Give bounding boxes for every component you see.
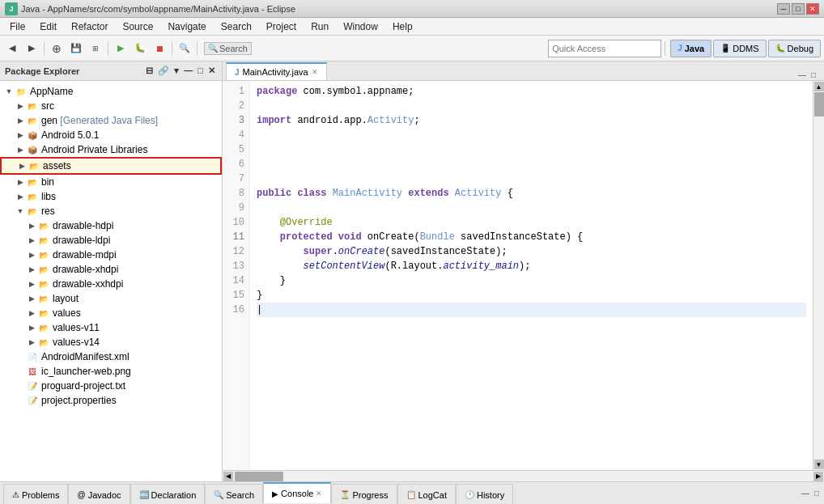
- tree-item-values-v11[interactable]: ▶ 📂 values-v11: [0, 320, 222, 335]
- link-editor-button[interactable]: 🔗: [156, 65, 171, 77]
- collapse-all-button[interactable]: ⊟: [144, 65, 155, 77]
- tree-item-gen[interactable]: ▶ 📂 gen [Generated Java Files]: [0, 113, 222, 128]
- drawable-ldpi-icon: 📂: [37, 234, 50, 247]
- tree-item-iclauncher[interactable]: 🖼 ic_launcher-web.png: [0, 364, 222, 379]
- debug-perspective-button[interactable]: 🐛 Debug: [768, 40, 821, 57]
- tab-javadoc[interactable]: @ Javadoc: [68, 484, 130, 504]
- sidebar-menu-button[interactable]: ▾: [172, 65, 181, 77]
- tab-progress[interactable]: ⏳ Progress: [331, 484, 397, 504]
- editor-maximize-button[interactable]: □: [809, 70, 818, 80]
- tree-label-androidmanifest: AndroidManifest.xml: [41, 351, 130, 362]
- menu-help[interactable]: Help: [386, 19, 419, 34]
- ddms-perspective-button[interactable]: 📱 DDMS: [713, 40, 766, 57]
- android-private-icon: 📦: [26, 143, 39, 156]
- toolbar-sep-3: [172, 41, 172, 56]
- code-line-7: [257, 172, 806, 186]
- quick-access-input[interactable]: [548, 40, 661, 57]
- save-all-button[interactable]: ⊞: [87, 40, 104, 57]
- javadoc-icon: @: [77, 490, 85, 499]
- menu-search[interactable]: Search: [214, 19, 258, 34]
- tree-item-drawable-xxhdpi[interactable]: ▶ 📂 drawable-xxhdpi: [0, 277, 222, 291]
- menu-source[interactable]: Source: [116, 19, 159, 34]
- run-button[interactable]: ▶: [112, 40, 130, 57]
- save-button[interactable]: 💾: [67, 40, 85, 57]
- bottom-minimize-button[interactable]: —: [800, 488, 811, 498]
- tab-history[interactable]: 🕐 History: [456, 484, 513, 504]
- tree-label-values-v11: values-v11: [53, 322, 100, 333]
- menu-navigate[interactable]: Navigate: [161, 19, 212, 34]
- minimize-button[interactable]: ─: [777, 3, 790, 15]
- tree-item-drawable-ldpi[interactable]: ▶ 📂 drawable-ldpi: [0, 233, 222, 248]
- tree-item-drawable-xhdpi[interactable]: ▶ 📂 drawable-xhdpi: [0, 262, 222, 277]
- tree-arrow-libs: ▶: [15, 193, 26, 201]
- debug-perspective-label: Debug: [788, 44, 813, 53]
- code-line-2: [257, 99, 806, 113]
- tab-close-mainactivity[interactable]: ✕: [312, 68, 318, 76]
- vertical-scrollbar[interactable]: ▲ ▼: [813, 81, 824, 470]
- line-num-12: 12: [223, 244, 249, 259]
- code-editor[interactable]: package com.symbol.appname; import andro…: [250, 81, 813, 470]
- scroll-up-button[interactable]: ▲: [814, 82, 824, 91]
- close-button[interactable]: ✕: [806, 3, 819, 15]
- tree-arrow-src: ▶: [15, 102, 26, 110]
- tree-item-android501[interactable]: ▶ 📦 Android 5.0.1: [0, 128, 222, 142]
- menu-project[interactable]: Project: [260, 19, 303, 34]
- tab-mainactivity[interactable]: J MainActivity.java ✕: [226, 62, 327, 80]
- tree-item-projectprops[interactable]: 📝 project.properties: [0, 393, 222, 408]
- scroll-right-button[interactable]: ▶: [813, 472, 823, 481]
- code-line-3: import android.app.Activity;: [257, 113, 806, 128]
- search-toolbar-button[interactable]: 🔍: [176, 40, 193, 57]
- tree-item-drawable-mdpi[interactable]: ▶ 📂 drawable-mdpi: [0, 248, 222, 262]
- horizontal-scroll-thumb[interactable]: [235, 472, 283, 481]
- horizontal-scrollbar[interactable]: ◀ ▶: [223, 470, 824, 481]
- tab-search[interactable]: 🔍 Search: [205, 484, 263, 504]
- sidebar-maximize-button[interactable]: □: [196, 65, 205, 77]
- sidebar-minimize-button[interactable]: —: [182, 65, 194, 77]
- back-button[interactable]: ◀: [3, 40, 21, 57]
- debug-button[interactable]: 🐛: [131, 40, 149, 57]
- drawable-xhdpi-icon: 📂: [37, 263, 50, 276]
- menu-refactor[interactable]: Refactor: [65, 19, 114, 34]
- tree-item-proguard[interactable]: 📝 proguard-project.txt: [0, 379, 222, 393]
- tab-problems[interactable]: ⚠ Problems: [3, 484, 68, 504]
- menu-run[interactable]: Run: [304, 19, 335, 34]
- values-folder-icon: 📂: [37, 307, 50, 320]
- menu-edit[interactable]: Edit: [33, 19, 63, 34]
- console-tab-close[interactable]: ✕: [316, 489, 322, 498]
- tree-item-drawable-hdpi[interactable]: ▶ 📂 drawable-hdpi: [0, 218, 222, 233]
- tree-item-res[interactable]: ▼ 📂 res: [0, 204, 222, 218]
- tree-arrow-drawable-ldpi: ▶: [26, 236, 37, 244]
- menu-file[interactable]: File: [3, 19, 32, 34]
- forward-button[interactable]: ▶: [23, 40, 40, 57]
- tab-logcat[interactable]: 📋 LogCat: [397, 484, 456, 504]
- toolbar-sep-5: [665, 41, 665, 56]
- scroll-left-button[interactable]: ◀: [223, 472, 233, 481]
- tree-item-appname[interactable]: ▼ 📁 AppName: [0, 84, 222, 99]
- new-button[interactable]: ⊕: [48, 40, 66, 57]
- sidebar-close-button[interactable]: ✕: [206, 65, 217, 77]
- tree-arrow-layout: ▶: [26, 294, 37, 303]
- tree-label-android501: Android 5.0.1: [41, 129, 99, 141]
- bottom-maximize-button[interactable]: □: [813, 488, 821, 498]
- tree-item-layout[interactable]: ▶ 📂 layout: [0, 291, 222, 306]
- java-perspective-button[interactable]: J Java: [670, 40, 711, 57]
- tab-console[interactable]: ▶ Console ✕: [263, 482, 331, 503]
- tree-item-assets[interactable]: ▶ 📂 assets: [0, 157, 222, 175]
- tab-declaration[interactable]: 🔤 Declaration: [130, 484, 206, 504]
- tree-label-drawable-xhdpi: drawable-xhdpi: [53, 264, 118, 275]
- tree-item-bin[interactable]: ▶ 📂 bin: [0, 175, 222, 189]
- tree-item-libs[interactable]: ▶ 📂 libs: [0, 189, 222, 204]
- tree-item-androidmanifest[interactable]: 📄 AndroidManifest.xml: [0, 349, 222, 364]
- tree-item-values[interactable]: ▶ 📂 values: [0, 306, 222, 320]
- tree-item-src[interactable]: ▶ 📂 src: [0, 99, 222, 113]
- tree-item-androidprivate[interactable]: ▶ 📦 Android Private Libraries: [0, 142, 222, 157]
- stop-button[interactable]: ⏹: [151, 40, 168, 57]
- scroll-thumb[interactable]: [814, 92, 824, 116]
- tree-item-values-v14[interactable]: ▶ 📂 values-v14: [0, 335, 222, 349]
- editor-minimize-button[interactable]: —: [796, 70, 808, 80]
- line-numbers: 1 2 3 4 5 6 7 8 9 10 11 12 13 14 15 16: [223, 81, 250, 470]
- res-folder-icon: 📂: [26, 205, 39, 218]
- maximize-button[interactable]: □: [792, 3, 805, 15]
- scroll-down-button[interactable]: ▼: [814, 460, 824, 469]
- menu-window[interactable]: Window: [337, 19, 384, 34]
